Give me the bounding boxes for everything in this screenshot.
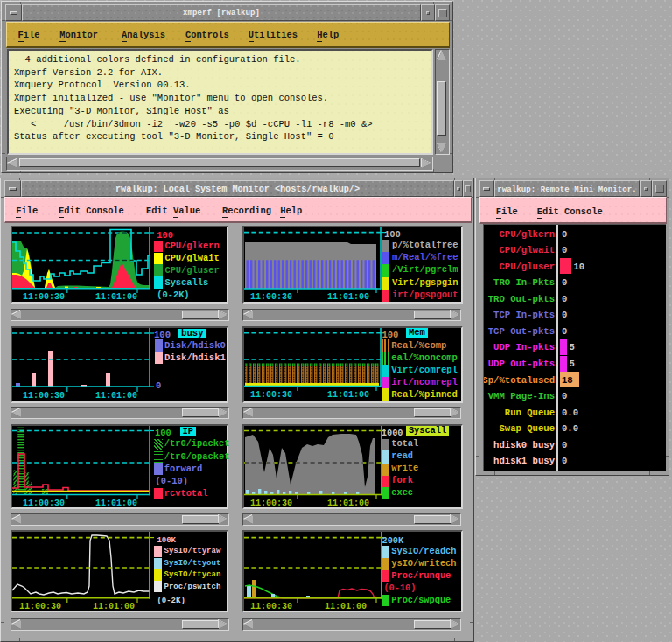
svg-text:11:01:00: 11:01:00 (93, 602, 135, 611)
svg-text:11:00:30: 11:00:30 (250, 292, 292, 302)
svg-text:11:01:00: 11:01:00 (325, 602, 367, 611)
svg-text:11:01:00: 11:01:00 (95, 391, 137, 401)
svg-text:11:00:30: 11:00:30 (19, 602, 61, 611)
svg-text:11:00:30: 11:00:30 (250, 499, 292, 507)
svg-text:11:00:30: 11:00:30 (23, 292, 65, 302)
svg-text:11:01:00: 11:01:00 (327, 390, 369, 400)
svg-text:11:01:00: 11:01:00 (327, 292, 369, 302)
svg-text:11:00:30: 11:00:30 (250, 390, 292, 400)
svg-text:11:01:00: 11:01:00 (95, 292, 137, 302)
svg-text:11:01:00: 11:01:00 (327, 499, 369, 507)
svg-text:11:00:30: 11:00:30 (250, 602, 292, 611)
svg-text:11:00:30: 11:00:30 (23, 391, 65, 401)
svg-text:11:00:30: 11:00:30 (23, 499, 65, 507)
svg-text:11:01:00: 11:01:00 (95, 499, 137, 507)
